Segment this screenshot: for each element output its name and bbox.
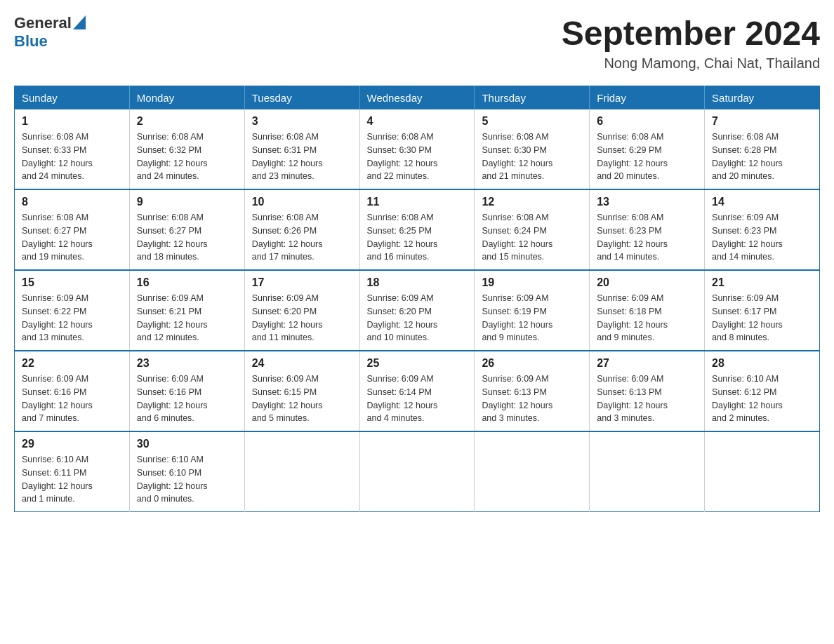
calendar-cell: 21 Sunrise: 6:09 AMSunset: 6:17 PMDaylig… xyxy=(705,270,820,351)
calendar-cell: 27 Sunrise: 6:09 AMSunset: 6:13 PMDaylig… xyxy=(590,351,705,431)
page-header: General Blue September 2024 Nong Mamong,… xyxy=(14,14,820,72)
calendar-cell xyxy=(590,431,705,512)
day-info: Sunrise: 6:09 AMSunset: 6:20 PMDaylight:… xyxy=(367,293,438,342)
calendar-cell xyxy=(244,431,359,512)
header-thursday: Thursday xyxy=(475,86,590,110)
header-tuesday: Tuesday xyxy=(244,86,359,110)
day-number: 18 xyxy=(367,276,468,289)
calendar-week-row: 1 Sunrise: 6:08 AMSunset: 6:33 PMDayligh… xyxy=(15,109,820,189)
day-number: 20 xyxy=(597,276,697,289)
calendar-cell: 25 Sunrise: 6:09 AMSunset: 6:14 PMDaylig… xyxy=(359,351,475,431)
day-info: Sunrise: 6:09 AMSunset: 6:14 PMDaylight:… xyxy=(367,374,438,423)
calendar-cell: 23 Sunrise: 6:09 AMSunset: 6:16 PMDaylig… xyxy=(129,351,244,431)
calendar-cell: 11 Sunrise: 6:08 AMSunset: 6:25 PMDaylig… xyxy=(359,189,475,270)
day-info: Sunrise: 6:09 AMSunset: 6:21 PMDaylight:… xyxy=(137,293,208,342)
day-number: 17 xyxy=(252,276,352,289)
day-number: 29 xyxy=(22,438,122,450)
day-number: 12 xyxy=(482,196,582,208)
day-info: Sunrise: 6:09 AMSunset: 6:15 PMDaylight:… xyxy=(252,374,323,423)
day-number: 15 xyxy=(22,276,122,289)
day-info: Sunrise: 6:09 AMSunset: 6:17 PMDaylight:… xyxy=(712,293,783,342)
day-info: Sunrise: 6:08 AMSunset: 6:30 PMDaylight:… xyxy=(482,132,552,181)
day-number: 14 xyxy=(712,196,812,208)
day-info: Sunrise: 6:08 AMSunset: 6:27 PMDaylight:… xyxy=(22,213,93,262)
calendar-cell: 18 Sunrise: 6:09 AMSunset: 6:20 PMDaylig… xyxy=(359,270,475,351)
calendar-cell: 15 Sunrise: 6:09 AMSunset: 6:22 PMDaylig… xyxy=(15,270,130,351)
logo-blue-text: Blue xyxy=(14,32,48,50)
logo-general-text: General xyxy=(14,14,72,32)
calendar-cell: 19 Sunrise: 6:09 AMSunset: 6:19 PMDaylig… xyxy=(475,270,590,351)
calendar-cell: 24 Sunrise: 6:09 AMSunset: 6:15 PMDaylig… xyxy=(244,351,359,431)
calendar-cell xyxy=(705,431,820,512)
day-info: Sunrise: 6:10 AMSunset: 6:12 PMDaylight:… xyxy=(712,374,783,423)
day-number: 9 xyxy=(137,196,237,208)
calendar-week-row: 15 Sunrise: 6:09 AMSunset: 6:22 PMDaylig… xyxy=(15,270,820,351)
day-info: Sunrise: 6:08 AMSunset: 6:33 PMDaylight:… xyxy=(22,132,93,181)
logo: General Blue xyxy=(14,14,86,51)
day-info: Sunrise: 6:09 AMSunset: 6:16 PMDaylight:… xyxy=(22,374,93,423)
day-info: Sunrise: 6:09 AMSunset: 6:13 PMDaylight:… xyxy=(597,374,668,423)
day-info: Sunrise: 6:08 AMSunset: 6:25 PMDaylight:… xyxy=(367,213,438,262)
calendar-cell: 7 Sunrise: 6:08 AMSunset: 6:28 PMDayligh… xyxy=(705,109,820,189)
header-sunday: Sunday xyxy=(15,86,130,110)
day-info: Sunrise: 6:10 AMSunset: 6:11 PMDaylight:… xyxy=(22,455,93,504)
calendar-cell: 1 Sunrise: 6:08 AMSunset: 6:33 PMDayligh… xyxy=(15,109,130,189)
day-number: 28 xyxy=(712,357,812,370)
header-friday: Friday xyxy=(590,86,705,110)
day-info: Sunrise: 6:08 AMSunset: 6:30 PMDaylight:… xyxy=(367,132,438,181)
calendar-cell: 5 Sunrise: 6:08 AMSunset: 6:30 PMDayligh… xyxy=(475,109,590,189)
day-info: Sunrise: 6:08 AMSunset: 6:27 PMDaylight:… xyxy=(137,213,208,262)
day-info: Sunrise: 6:08 AMSunset: 6:24 PMDaylight:… xyxy=(482,213,552,262)
day-number: 19 xyxy=(482,276,582,289)
calendar-table: Sunday Monday Tuesday Wednesday Thursday… xyxy=(14,86,820,512)
day-number: 16 xyxy=(137,276,237,289)
calendar-title: September 2024 xyxy=(562,14,820,53)
day-info: Sunrise: 6:09 AMSunset: 6:16 PMDaylight:… xyxy=(137,374,208,423)
weekday-header-row: Sunday Monday Tuesday Wednesday Thursday… xyxy=(15,86,820,110)
day-info: Sunrise: 6:09 AMSunset: 6:13 PMDaylight:… xyxy=(482,374,552,423)
day-number: 5 xyxy=(482,115,582,128)
day-info: Sunrise: 6:10 AMSunset: 6:10 PMDaylight:… xyxy=(137,455,208,504)
day-number: 11 xyxy=(367,196,468,208)
day-number: 22 xyxy=(22,357,122,370)
day-number: 26 xyxy=(482,357,582,370)
day-info: Sunrise: 6:08 AMSunset: 6:31 PMDaylight:… xyxy=(252,132,323,181)
calendar-week-row: 29 Sunrise: 6:10 AMSunset: 6:11 PMDaylig… xyxy=(15,431,820,512)
day-number: 1 xyxy=(22,115,122,128)
day-number: 3 xyxy=(252,115,352,128)
calendar-cell: 9 Sunrise: 6:08 AMSunset: 6:27 PMDayligh… xyxy=(129,189,244,270)
day-number: 30 xyxy=(137,438,237,450)
calendar-cell xyxy=(475,431,590,512)
day-number: 4 xyxy=(367,115,468,128)
calendar-cell: 29 Sunrise: 6:10 AMSunset: 6:11 PMDaylig… xyxy=(15,431,130,512)
day-info: Sunrise: 6:08 AMSunset: 6:29 PMDaylight:… xyxy=(597,132,668,181)
day-number: 21 xyxy=(712,276,812,289)
calendar-week-row: 22 Sunrise: 6:09 AMSunset: 6:16 PMDaylig… xyxy=(15,351,820,431)
day-number: 24 xyxy=(252,357,352,370)
calendar-subtitle: Nong Mamong, Chai Nat, Thailand xyxy=(562,55,820,72)
day-info: Sunrise: 6:09 AMSunset: 6:20 PMDaylight:… xyxy=(252,293,323,342)
day-number: 8 xyxy=(22,196,122,208)
day-info: Sunrise: 6:09 AMSunset: 6:22 PMDaylight:… xyxy=(22,293,93,342)
day-number: 23 xyxy=(137,357,237,370)
calendar-cell: 2 Sunrise: 6:08 AMSunset: 6:32 PMDayligh… xyxy=(129,109,244,189)
calendar-cell: 28 Sunrise: 6:10 AMSunset: 6:12 PMDaylig… xyxy=(705,351,820,431)
calendar-cell xyxy=(359,431,475,512)
day-number: 2 xyxy=(137,115,237,128)
calendar-cell: 10 Sunrise: 6:08 AMSunset: 6:26 PMDaylig… xyxy=(244,189,359,270)
header-saturday: Saturday xyxy=(705,86,820,110)
calendar-week-row: 8 Sunrise: 6:08 AMSunset: 6:27 PMDayligh… xyxy=(15,189,820,270)
day-number: 7 xyxy=(712,115,812,128)
day-number: 6 xyxy=(597,115,697,128)
svg-marker-0 xyxy=(73,15,86,29)
logo-triangle-icon xyxy=(73,15,86,29)
header-monday: Monday xyxy=(129,86,244,110)
calendar-cell: 20 Sunrise: 6:09 AMSunset: 6:18 PMDaylig… xyxy=(590,270,705,351)
calendar-cell: 26 Sunrise: 6:09 AMSunset: 6:13 PMDaylig… xyxy=(475,351,590,431)
day-info: Sunrise: 6:08 AMSunset: 6:28 PMDaylight:… xyxy=(712,132,783,181)
day-number: 27 xyxy=(597,357,697,370)
day-number: 13 xyxy=(597,196,697,208)
calendar-cell: 8 Sunrise: 6:08 AMSunset: 6:27 PMDayligh… xyxy=(15,189,130,270)
day-info: Sunrise: 6:08 AMSunset: 6:23 PMDaylight:… xyxy=(597,213,668,262)
day-number: 25 xyxy=(367,357,468,370)
